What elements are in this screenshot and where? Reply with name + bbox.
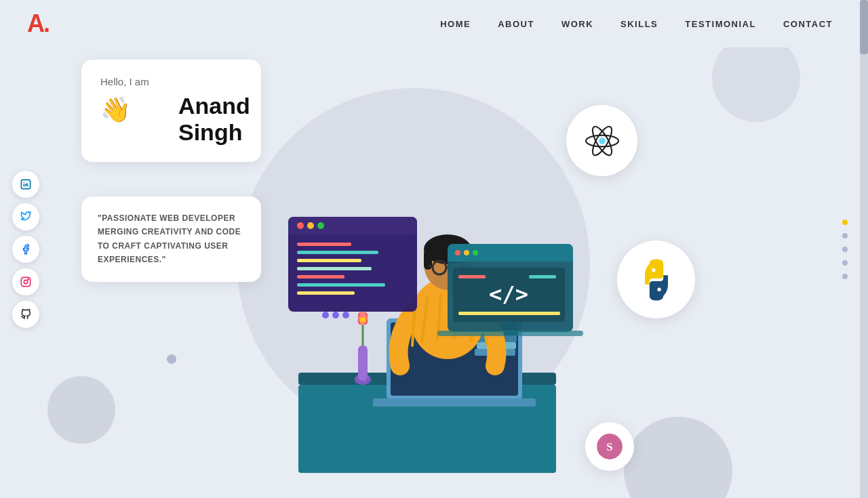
- svg-rect-44: [297, 291, 355, 295]
- logo[interactable]: A.: [27, 9, 49, 38]
- sass-icon: S: [595, 432, 624, 461]
- svg-point-11: [657, 287, 660, 291]
- nav-item-home[interactable]: HOME: [440, 18, 471, 30]
- svg-rect-38: [297, 243, 351, 246]
- svg-rect-56: [458, 275, 486, 278]
- navbar: A. HOME ABOUT WORK SKILLS TESTIMONIAL CO…: [0, 0, 860, 47]
- svg-rect-50: [448, 256, 573, 262]
- instagram-button[interactable]: [12, 268, 39, 295]
- svg-rect-58: [458, 312, 560, 315]
- github-icon: [20, 309, 31, 320]
- logo-letter: A: [27, 9, 43, 37]
- page-dot-3[interactable]: [842, 247, 848, 252]
- facebook-button[interactable]: [12, 236, 39, 263]
- nav-item-skills[interactable]: SKILLS: [620, 18, 658, 30]
- svg-point-5: [28, 278, 28, 279]
- nav-item-testimonial[interactable]: TESTIMONIAL: [685, 18, 756, 30]
- svg-point-37: [317, 222, 324, 229]
- github-button[interactable]: [12, 301, 39, 328]
- scrollbar[interactable]: [860, 0, 868, 498]
- card-quote: "PASSIONATE WEB DEVELOPER MERGING CREATI…: [81, 196, 261, 282]
- decorative-dot-1: [167, 354, 176, 364]
- svg-point-66: [360, 317, 366, 323]
- nav-link-work[interactable]: WORK: [561, 19, 593, 29]
- instagram-icon: [20, 276, 31, 287]
- logo-dot: .: [43, 9, 49, 37]
- social-icons: [12, 171, 39, 328]
- twitter-icon: [20, 211, 31, 222]
- svg-point-52: [464, 250, 469, 255]
- svg-point-4: [24, 280, 27, 283]
- python-icon: [633, 257, 679, 303]
- nav-link-skills[interactable]: SKILLS: [620, 19, 658, 29]
- wave-emoji: 👋: [100, 96, 131, 124]
- svg-text:</>: </>: [489, 281, 528, 307]
- svg-point-51: [455, 250, 460, 255]
- svg-point-53: [473, 250, 478, 255]
- page-dot-4[interactable]: [842, 260, 848, 266]
- page-dot-2[interactable]: [842, 233, 848, 238]
- twitter-button[interactable]: [12, 203, 39, 230]
- python-tech-circle: [617, 241, 695, 318]
- facebook-icon: [20, 244, 31, 255]
- nav-item-about[interactable]: ABOUT: [498, 18, 534, 30]
- svg-point-46: [332, 312, 339, 318]
- svg-rect-42: [297, 275, 344, 278]
- scrollbar-thumb[interactable]: [860, 0, 868, 54]
- bg-circle-bottom-right: [624, 417, 732, 498]
- svg-point-45: [322, 312, 329, 318]
- nav-link-testimonial[interactable]: TESTIMONIAL: [685, 19, 756, 29]
- nav-links: HOME ABOUT WORK SKILLS TESTIMONIAL CONTA…: [440, 18, 833, 30]
- svg-rect-43: [297, 283, 385, 287]
- quote-text: "PASSIONATE WEB DEVELOPER MERGING CREATI…: [98, 211, 245, 267]
- svg-text:S: S: [606, 440, 612, 453]
- svg-rect-59: [437, 331, 583, 336]
- developer-illustration: </>: [237, 81, 597, 488]
- nav-link-contact[interactable]: CONTACT: [783, 19, 833, 29]
- svg-point-35: [297, 222, 304, 229]
- svg-rect-19: [373, 398, 536, 407]
- greeting-text: Hello, I am: [100, 76, 242, 87]
- svg-point-47: [342, 312, 349, 318]
- bg-circle-bottom-left: [47, 376, 115, 444]
- page-dot-5[interactable]: [842, 274, 848, 279]
- svg-rect-39: [297, 251, 378, 254]
- svg-rect-34: [288, 229, 417, 234]
- svg-rect-61: [358, 346, 368, 381]
- nav-item-contact[interactable]: CONTACT: [783, 18, 833, 30]
- svg-point-10: [652, 268, 655, 272]
- svg-rect-57: [529, 275, 556, 278]
- card-hello: Hello, I am 👋 AnandSingh: [81, 60, 261, 162]
- svg-point-36: [307, 222, 314, 229]
- nav-item-work[interactable]: WORK: [561, 18, 593, 30]
- nav-link-about[interactable]: ABOUT: [498, 19, 534, 29]
- hero-illustration: </>: [237, 81, 597, 474]
- linkedin-button[interactable]: [12, 171, 39, 198]
- svg-rect-41: [297, 267, 372, 270]
- nav-link-home[interactable]: HOME: [440, 19, 471, 29]
- page-dots: [842, 220, 848, 279]
- svg-rect-40: [297, 259, 361, 262]
- linkedin-icon: [20, 179, 31, 190]
- svg-point-6: [599, 138, 606, 144]
- page-dot-1[interactable]: [842, 220, 848, 225]
